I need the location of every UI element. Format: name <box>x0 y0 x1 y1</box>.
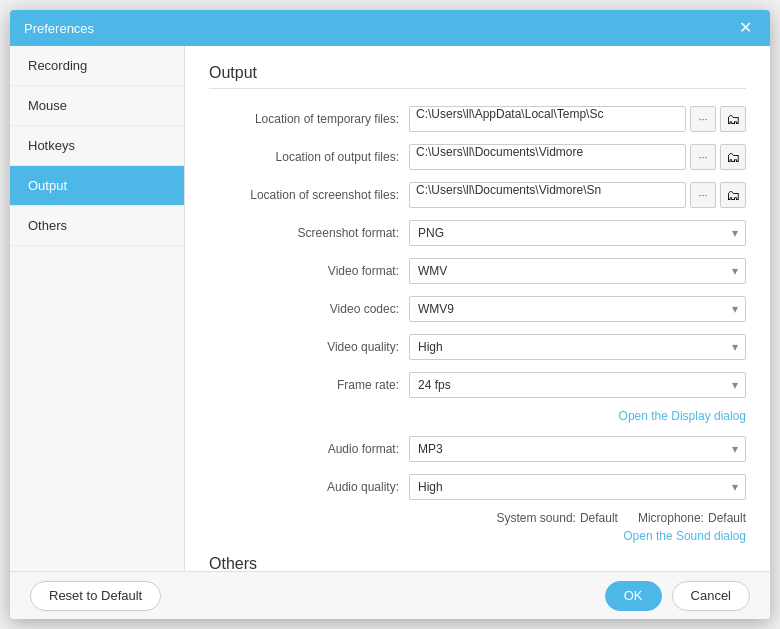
close-button[interactable]: ✕ <box>735 18 756 38</box>
screenshot-files-folder-button[interactable]: 🗂 <box>720 182 746 208</box>
audio-quality-select[interactable]: High Medium Low <box>409 474 746 500</box>
open-sound-dialog-link[interactable]: Open the Sound dialog <box>623 529 746 543</box>
sidebar-item-output[interactable]: Output <box>10 166 184 206</box>
output-files-dots-button[interactable]: ··· <box>690 144 716 170</box>
frame-rate-label: Frame rate: <box>209 378 409 392</box>
video-quality-select-wrapper: High Medium Low <box>409 334 746 360</box>
title-bar: Preferences ✕ <box>10 10 770 46</box>
audio-quality-select-wrapper: High Medium Low <box>409 474 746 500</box>
cancel-button[interactable]: Cancel <box>672 581 750 611</box>
display-link-row: Open the Display dialog <box>209 409 746 423</box>
video-format-row: Video format: WMV MP4 AVI <box>209 257 746 285</box>
folder-icon: 🗂 <box>726 111 740 127</box>
audio-quality-label: Audio quality: <box>209 480 409 494</box>
sidebar-item-others[interactable]: Others <box>10 206 184 246</box>
main-content: Output Location of temporary files: C:\U… <box>185 46 770 571</box>
video-codec-row: Video codec: WMV9 WMV8 <box>209 295 746 323</box>
video-codec-select[interactable]: WMV9 WMV8 <box>409 296 746 322</box>
screenshot-format-select[interactable]: PNG JPG BMP <box>409 220 746 246</box>
screenshot-files-label: Location of screenshot files: <box>209 188 409 202</box>
video-codec-label: Video codec: <box>209 302 409 316</box>
sidebar: Recording Mouse Hotkeys Output Others <box>10 46 185 571</box>
video-quality-select[interactable]: High Medium Low <box>409 334 746 360</box>
dialog-body: Recording Mouse Hotkeys Output Others Ou… <box>10 46 770 571</box>
system-sound-label: System sound: <box>497 511 576 525</box>
video-quality-row: Video quality: High Medium Low <box>209 333 746 361</box>
microphone-label: Microphone: <box>638 511 704 525</box>
dialog-title: Preferences <box>24 21 94 36</box>
output-files-input[interactable]: C:\Users\ll\Documents\Vidmore <box>409 144 686 170</box>
sidebar-item-mouse[interactable]: Mouse <box>10 86 184 126</box>
temp-files-row: Location of temporary files: C:\Users\ll… <box>209 105 746 133</box>
ok-button[interactable]: OK <box>605 581 662 611</box>
video-format-select[interactable]: WMV MP4 AVI <box>409 258 746 284</box>
frame-rate-select-wrapper: 24 fps 30 fps 60 fps <box>409 372 746 398</box>
screenshot-format-row: Screenshot format: PNG JPG BMP <box>209 219 746 247</box>
system-sound-group: System sound: Default <box>497 511 618 525</box>
video-quality-label: Video quality: <box>209 340 409 354</box>
screenshot-files-input[interactable]: C:\Users\ll\Documents\Vidmore\Sn <box>409 182 686 208</box>
others-section-title: Others <box>209 555 746 571</box>
video-format-select-wrapper: WMV MP4 AVI <box>409 258 746 284</box>
output-section-title: Output <box>209 64 746 89</box>
temp-files-input[interactable]: C:\Users\ll\AppData\Local\Temp\Sc <box>409 106 686 132</box>
open-display-dialog-link[interactable]: Open the Display dialog <box>619 409 746 423</box>
screenshot-files-dots-button[interactable]: ··· <box>690 182 716 208</box>
temp-files-dots-button[interactable]: ··· <box>690 106 716 132</box>
audio-format-select[interactable]: MP3 AAC WAV <box>409 436 746 462</box>
microphone-value: Default <box>708 511 746 525</box>
reset-to-default-button[interactable]: Reset to Default <box>30 581 161 611</box>
screenshot-files-row: Location of screenshot files: C:\Users\l… <box>209 181 746 209</box>
system-sound-row: System sound: Default Microphone: Defaul… <box>209 511 746 525</box>
audio-quality-row: Audio quality: High Medium Low <box>209 473 746 501</box>
audio-format-select-wrapper: MP3 AAC WAV <box>409 436 746 462</box>
preferences-dialog: Preferences ✕ Recording Mouse Hotkeys Ou… <box>10 10 770 619</box>
audio-format-label: Audio format: <box>209 442 409 456</box>
folder-icon: 🗂 <box>726 187 740 203</box>
frame-rate-row: Frame rate: 24 fps 30 fps 60 fps <box>209 371 746 399</box>
folder-icon: 🗂 <box>726 149 740 165</box>
sound-link-row: Open the Sound dialog <box>209 529 746 543</box>
screenshot-format-select-wrapper: PNG JPG BMP <box>409 220 746 246</box>
temp-files-label: Location of temporary files: <box>209 112 409 126</box>
video-format-label: Video format: <box>209 264 409 278</box>
sidebar-item-recording[interactable]: Recording <box>10 46 184 86</box>
microphone-group: Microphone: Default <box>638 511 746 525</box>
output-files-label: Location of output files: <box>209 150 409 164</box>
sidebar-item-hotkeys[interactable]: Hotkeys <box>10 126 184 166</box>
temp-files-group: C:\Users\ll\AppData\Local\Temp\Sc ··· 🗂 <box>409 106 746 132</box>
temp-files-folder-button[interactable]: 🗂 <box>720 106 746 132</box>
output-files-group: C:\Users\ll\Documents\Vidmore ··· 🗂 <box>409 144 746 170</box>
dialog-footer: Reset to Default OK Cancel <box>10 571 770 619</box>
system-sound-value: Default <box>580 511 618 525</box>
audio-format-row: Audio format: MP3 AAC WAV <box>209 435 746 463</box>
frame-rate-select[interactable]: 24 fps 30 fps 60 fps <box>409 372 746 398</box>
screenshot-format-label: Screenshot format: <box>209 226 409 240</box>
footer-right-buttons: OK Cancel <box>605 581 750 611</box>
output-files-folder-button[interactable]: 🗂 <box>720 144 746 170</box>
video-codec-select-wrapper: WMV9 WMV8 <box>409 296 746 322</box>
output-files-row: Location of output files: C:\Users\ll\Do… <box>209 143 746 171</box>
screenshot-files-group: C:\Users\ll\Documents\Vidmore\Sn ··· 🗂 <box>409 182 746 208</box>
